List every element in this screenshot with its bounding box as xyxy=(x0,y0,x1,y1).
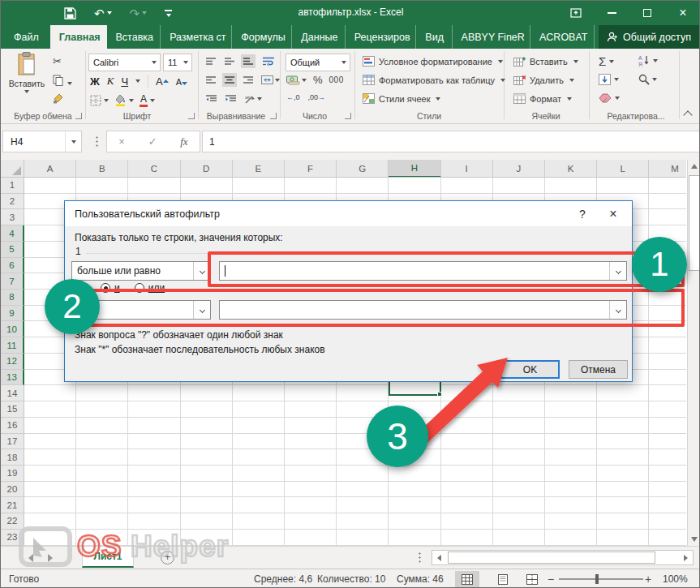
insert-cells-button[interactable]: Вставить xyxy=(513,56,578,67)
scroll-left-arrow-icon[interactable] xyxy=(437,555,441,561)
page-break-view-button[interactable] xyxy=(520,571,544,587)
align-right-button[interactable] xyxy=(241,73,256,87)
row-header-6[interactable]: 6 xyxy=(1,258,24,274)
collapse-ribbon-button[interactable] xyxy=(683,110,692,119)
underline-button[interactable]: Ч xyxy=(121,75,128,88)
dialog-close-button[interactable]: × xyxy=(595,207,632,221)
row-header-19[interactable]: 19 xyxy=(1,466,24,482)
row-header-17[interactable]: 17 xyxy=(1,434,24,450)
close-button[interactable]: × xyxy=(665,1,700,25)
italic-button[interactable]: К xyxy=(107,75,114,88)
row-header-13[interactable]: 13 xyxy=(1,370,24,386)
row-header-12[interactable]: 12 xyxy=(1,354,24,370)
share-button[interactable]: Общий доступ xyxy=(599,25,700,49)
column-header-C[interactable]: C xyxy=(128,160,180,178)
grow-font-button[interactable]: А xyxy=(156,75,169,88)
row-header-4[interactable]: 4 xyxy=(1,225,24,242)
horizontal-scroll-thumb[interactable] xyxy=(448,552,655,564)
align-center-button[interactable] xyxy=(222,73,237,87)
minimize-button[interactable] xyxy=(594,1,629,25)
fill-color-button[interactable] xyxy=(114,94,134,106)
clear-button[interactable] xyxy=(599,93,620,103)
sheet-nav-right-icon[interactable] xyxy=(48,554,53,562)
tab-view[interactable]: Вид xyxy=(416,25,452,49)
row-header-1[interactable]: 1 xyxy=(1,178,24,194)
align-middle-button[interactable] xyxy=(222,54,237,68)
align-left-button[interactable] xyxy=(204,73,218,87)
row-header-18[interactable]: 18 xyxy=(1,449,24,466)
cell-styles-button[interactable]: Стили ячеек xyxy=(363,93,440,104)
ok-button[interactable]: OK xyxy=(500,360,560,379)
tab-review[interactable]: Рецензиров xyxy=(346,25,417,49)
shrink-font-button[interactable]: А xyxy=(176,75,187,88)
scroll-right-arrow-icon[interactable] xyxy=(684,555,688,561)
row-header-7[interactable]: 7 xyxy=(1,273,24,290)
alignment-dialog-launcher[interactable] xyxy=(270,113,277,119)
formula-bar-resizer[interactable] xyxy=(96,135,98,148)
column-header-D[interactable]: D xyxy=(181,160,233,178)
accounting-format-button[interactable] xyxy=(286,75,307,86)
row-header-5[interactable]: 5 xyxy=(1,242,24,258)
insert-function-button[interactable]: fx xyxy=(180,135,187,148)
vertical-scroll-thumb[interactable] xyxy=(689,175,700,271)
row-header-22[interactable]: 22 xyxy=(1,513,24,530)
font-name-combo[interactable]: Calibri xyxy=(88,54,161,71)
format-as-table-button[interactable]: Форматировать как таблицу xyxy=(363,75,505,85)
conditional-formatting-button[interactable]: Условное форматирование xyxy=(363,56,503,67)
zoom-slider-thumb[interactable] xyxy=(595,574,599,584)
scrollbar-resizer[interactable] xyxy=(419,552,421,564)
operator1-dropdown[interactable]: больше или равно xyxy=(71,261,211,281)
font-size-combo[interactable]: 11 xyxy=(163,54,192,71)
sheet-nav-left-icon[interactable] xyxy=(28,554,33,562)
align-bottom-button[interactable] xyxy=(241,54,256,68)
cancel-entry-button[interactable]: × xyxy=(118,135,125,148)
tab-abbyy[interactable]: ABBYY FineR xyxy=(453,25,530,49)
confirm-entry-button[interactable]: ✓ xyxy=(148,135,157,148)
number-format-combo[interactable]: Общий xyxy=(286,54,350,71)
column-header-K[interactable]: K xyxy=(545,160,597,178)
zoom-out-button[interactable]: − xyxy=(548,573,554,586)
add-sheet-button[interactable]: + xyxy=(161,551,174,564)
tab-formulas[interactable]: Формулы xyxy=(232,25,292,49)
tab-home[interactable]: Главная xyxy=(50,25,107,49)
column-header-E[interactable]: E xyxy=(233,160,285,178)
zoom-slider-track[interactable] xyxy=(559,578,643,580)
column-header-M[interactable]: M xyxy=(649,160,686,178)
row-header-15[interactable]: 15 xyxy=(1,401,24,418)
format-cells-button[interactable]: Формат xyxy=(513,93,572,104)
decrease-indent-button[interactable] xyxy=(204,92,218,105)
formula-input[interactable]: 1 xyxy=(202,131,700,152)
tab-file[interactable]: Файл xyxy=(1,25,50,49)
number-dialog-launcher[interactable] xyxy=(345,113,351,119)
row-header-11[interactable]: 11 xyxy=(1,337,24,354)
maximize-button[interactable] xyxy=(629,1,665,25)
sort-filter-button[interactable]: АЯ xyxy=(638,54,658,67)
copy-button[interactable] xyxy=(53,75,72,88)
tab-page-layout[interactable]: Разметка ст xyxy=(161,25,232,49)
decrease-decimal-button[interactable]: ,00→ xyxy=(308,93,326,101)
fill-handle[interactable] xyxy=(437,392,442,397)
increase-indent-button[interactable] xyxy=(223,92,238,105)
column-header-J[interactable]: J xyxy=(493,160,545,178)
column-header-G[interactable]: G xyxy=(337,160,389,178)
active-cell[interactable] xyxy=(389,380,441,396)
name-box[interactable]: H4 xyxy=(2,131,82,152)
row-header-21[interactable]: 21 xyxy=(1,497,24,513)
column-header-I[interactable]: I xyxy=(441,160,493,178)
select-all-corner[interactable] xyxy=(1,160,24,178)
percent-button[interactable]: % xyxy=(313,74,323,86)
cut-button[interactable]: ✂ xyxy=(53,55,62,67)
column-header-F[interactable]: F xyxy=(285,160,337,178)
bold-button[interactable]: Ж xyxy=(90,75,100,88)
column-header-A[interactable]: A xyxy=(24,160,76,178)
merge-center-button[interactable] xyxy=(260,73,281,87)
column-header-L[interactable]: L xyxy=(597,160,649,178)
row-header-16[interactable]: 16 xyxy=(1,418,24,434)
column-header-B[interactable]: B xyxy=(76,160,128,178)
row-header-20[interactable]: 20 xyxy=(1,482,24,498)
delete-cells-button[interactable]: Удалить xyxy=(513,75,574,85)
font-dialog-launcher[interactable] xyxy=(188,113,195,119)
row-header-14[interactable]: 14 xyxy=(1,385,24,401)
autosum-button[interactable]: Σ xyxy=(599,54,614,68)
vertical-scrollbar[interactable] xyxy=(687,160,700,546)
